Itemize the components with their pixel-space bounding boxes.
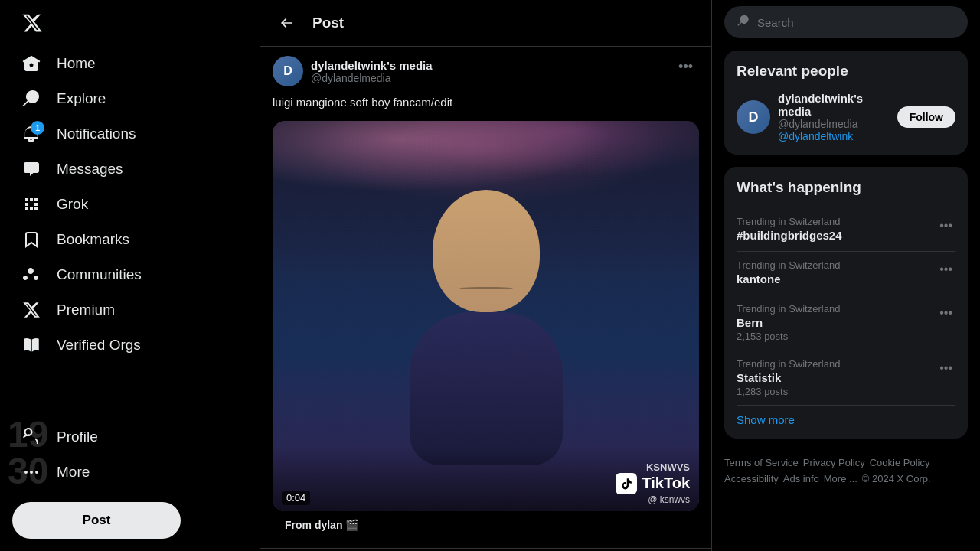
- main-content: Post D dylandeltwink's media @dylandelme…: [260, 0, 712, 551]
- profile-icon: [21, 427, 41, 447]
- bookmark-icon: [21, 230, 41, 249]
- body-sim: [410, 312, 563, 465]
- trending-count-3: 1,283 posts: [737, 386, 840, 397]
- svg-point-0: [24, 471, 28, 474]
- relevant-person-name: dylandeltwink's media: [778, 92, 890, 118]
- trending-item-3: Trending in Switzerland Statistik 1,283 …: [737, 350, 956, 406]
- home-icon: [21, 54, 41, 73]
- person-area: [379, 190, 593, 465]
- follow-button[interactable]: Follow: [897, 106, 956, 128]
- tweet-more-button[interactable]: •••: [672, 56, 699, 78]
- smile: [459, 287, 513, 289]
- video-placeholder: 0:04 KSNWVS TikTok @ ksnwvs: [273, 121, 699, 511]
- nav-notifications[interactable]: 1 Notifications: [12, 116, 247, 152]
- video-overlay-bar: 0:04 KSNWVS TikTok @ ksnwvs: [273, 446, 699, 511]
- footer-link-accessibility[interactable]: Accessibility: [724, 473, 779, 484]
- avatar-inner: D: [273, 56, 303, 86]
- nav-notifications-label: Notifications: [57, 126, 136, 142]
- trending-content-1: Trending in Switzerland kantone: [737, 259, 840, 287]
- footer-link-ads[interactable]: Ads info: [783, 473, 819, 484]
- nav-more-label: More: [57, 464, 90, 481]
- trending-label-0: Trending in Switzerland: [737, 216, 842, 227]
- nav-premium[interactable]: Premium: [12, 292, 247, 328]
- video-watermark: KSNWVS TikTok @ ksnwvs: [616, 461, 690, 505]
- from-user: dylan: [315, 519, 343, 531]
- trending-content-3: Trending in Switzerland Statistik 1,283 …: [737, 358, 840, 397]
- search-input[interactable]: [757, 16, 955, 29]
- author-info: dylandeltwink's media @dylandelmedia: [311, 59, 433, 84]
- back-arrow-icon: [279, 15, 294, 31]
- video-container[interactable]: 0:04 KSNWVS TikTok @ ksnwvs: [273, 121, 699, 511]
- svg-point-1: [30, 471, 33, 474]
- tweet-author: D dylandeltwink's media @dylandelmedia: [273, 56, 433, 86]
- trending-more-button-2[interactable]: •••: [936, 303, 956, 323]
- trending-label-3: Trending in Switzerland: [737, 358, 840, 370]
- verified-icon: [21, 335, 41, 355]
- author-name: dylandeltwink's media: [311, 59, 433, 72]
- from-line: From dylan 🎬: [273, 511, 699, 539]
- back-button[interactable]: [273, 9, 300, 37]
- footer-links: Terms of Service Privacy Policy Cookie P…: [724, 451, 968, 491]
- trending-label-1: Trending in Switzerland: [737, 259, 840, 271]
- nav-explore[interactable]: Explore: [12, 81, 247, 116]
- nav-messages-label: Messages: [57, 161, 123, 178]
- nav-home[interactable]: Home: [12, 46, 247, 81]
- x-logo-icon: [21, 12, 43, 34]
- nav-communities[interactable]: Communities: [12, 257, 247, 292]
- premium-icon: [21, 300, 41, 320]
- footer-link-copyright: © 2024 X Corp.: [862, 473, 931, 484]
- footer-link-tos[interactable]: Terms of Service: [724, 457, 799, 468]
- trending-more-button-3[interactable]: •••: [936, 358, 956, 378]
- author-avatar[interactable]: D: [273, 56, 303, 86]
- relevant-people-title: Relevant people: [737, 63, 956, 80]
- trending-content-2: Trending in Switzerland Bern 2,153 posts: [737, 303, 840, 342]
- nav-explore-label: Explore: [57, 90, 106, 107]
- trending-content-0: Trending in Switzerland #buildingbridges…: [737, 216, 842, 243]
- footer-link-more[interactable]: More ...: [824, 473, 858, 484]
- post-button[interactable]: Post: [12, 502, 181, 539]
- trending-item-2: Trending in Switzerland Bern 2,153 posts…: [737, 295, 956, 350]
- nav-profile-label: Profile: [57, 429, 98, 445]
- explore-icon: [21, 89, 41, 109]
- trending-name-2[interactable]: Bern: [737, 316, 840, 329]
- grok-icon: [21, 194, 41, 214]
- messages-icon: [21, 159, 41, 179]
- footer-link-cookie[interactable]: Cookie Policy: [870, 457, 930, 468]
- trending-more-button-1[interactable]: •••: [936, 259, 956, 279]
- nav-messages[interactable]: Messages: [12, 152, 247, 187]
- tweet-top: D dylandeltwink's media @dylandelmedia •…: [273, 56, 699, 86]
- nav-profile[interactable]: Profile: [12, 419, 247, 455]
- whats-happening-title: What's happening: [737, 179, 956, 196]
- tiktok-handle: @ ksnwvs: [616, 494, 690, 505]
- bell-icon: 1: [21, 124, 41, 144]
- relevant-person-link[interactable]: @dylandeltwink: [778, 130, 890, 142]
- trending-more-button-0[interactable]: •••: [936, 216, 956, 236]
- relevant-people-card: Relevant people D dylandeltwink's media …: [724, 51, 968, 155]
- left-sidebar: Home Explore 1 Notifications Messages Gr…: [0, 0, 260, 551]
- tiktok-logo-icon: [616, 473, 637, 494]
- tweet-container: D dylandeltwink's media @dylandelmedia •…: [260, 47, 711, 549]
- trending-count-2: 2,153 posts: [737, 331, 840, 342]
- from-label: From: [285, 519, 312, 531]
- search-box[interactable]: [724, 6, 968, 38]
- post-header: Post: [260, 0, 711, 47]
- nav-communities-label: Communities: [57, 266, 142, 283]
- footer-link-privacy[interactable]: Privacy Policy: [803, 457, 865, 468]
- x-logo[interactable]: [12, 6, 247, 43]
- nav-more[interactable]: More: [12, 455, 247, 490]
- trending-name-0[interactable]: #buildingbridges24: [737, 229, 842, 242]
- video-watermark-handle: KSNWVS: [616, 461, 690, 473]
- relevant-person-avatar[interactable]: D: [737, 100, 770, 134]
- nav-bookmarks[interactable]: Bookmarks: [12, 222, 247, 257]
- nav-bookmarks-label: Bookmarks: [57, 231, 129, 248]
- nav-verified[interactable]: Verified Orgs: [12, 328, 247, 363]
- notification-badge: 1: [31, 121, 44, 135]
- trending-name-1[interactable]: kantone: [737, 272, 840, 285]
- author-handle: @dylandelmedia: [311, 72, 433, 84]
- nav-grok[interactable]: Grok: [12, 187, 247, 222]
- trending-name-3[interactable]: Statistik: [737, 371, 840, 384]
- relevant-person-row: D dylandeltwink's media @dylandelmedia @…: [737, 92, 956, 142]
- trending-item-1: Trending in Switzerland kantone •••: [737, 252, 956, 295]
- show-more-link[interactable]: Show more: [737, 406, 956, 426]
- video-timestamp: 0:04: [282, 491, 310, 505]
